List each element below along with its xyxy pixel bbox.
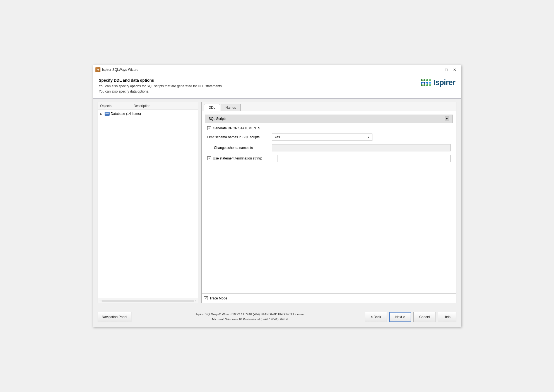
change-schema-label: Change schema names to xyxy=(207,146,269,150)
logo-dot xyxy=(429,79,431,81)
bottom-status: Ispirer SQLWays® Wizard 10.22.11.7246 (x… xyxy=(138,312,362,322)
chevron-right-icon: ▶ xyxy=(100,112,103,115)
sql-scripts-section-header: SQL Scripts ▼ xyxy=(205,115,453,123)
termination-checkbox-wrapper: Use statement termination string: xyxy=(207,156,274,160)
page-title: Specify DDL and data options xyxy=(99,78,223,83)
scroll-right-arrow: › xyxy=(194,299,197,302)
option-omit-schema: Omit schema names in SQL scripts: Yes ▼ xyxy=(205,134,453,141)
logo-dot xyxy=(423,82,425,84)
next-button[interactable]: Next > xyxy=(389,312,411,322)
section-label: SQL Scripts xyxy=(209,117,227,121)
window-controls: ─ □ ✕ xyxy=(434,67,459,73)
close-icon: ✕ xyxy=(453,67,456,72)
tree-body: ▶ Database (14 items) xyxy=(98,110,198,298)
logo-dot xyxy=(423,84,425,86)
minimize-button[interactable]: ─ xyxy=(434,67,442,73)
logo-dot xyxy=(429,84,431,86)
database-icon xyxy=(105,112,110,116)
generate-drop-checkbox-wrapper[interactable]: Generate DROP STATEMENTS xyxy=(207,126,260,130)
minimize-icon: ─ xyxy=(437,67,439,72)
logo-dot xyxy=(421,82,423,84)
logo-dot xyxy=(426,79,428,81)
titlebar: M Ispirer SQLWays Wizard ─ □ ✕ xyxy=(93,65,461,74)
help-button[interactable]: Help xyxy=(438,312,456,322)
termination-label: Use statement termination string: xyxy=(213,156,274,160)
scroll-left-arrow: ‹ xyxy=(98,299,102,302)
trace-mode-checkbox[interactable] xyxy=(204,296,208,300)
option-termination: Use statement termination string: xyxy=(205,155,453,162)
tree-col-objects: Objects xyxy=(100,104,134,108)
main-window: M Ispirer SQLWays Wizard ─ □ ✕ Specify D… xyxy=(93,65,461,327)
separator xyxy=(135,309,135,325)
left-panel: Objects Description ▶ Database (14 items… xyxy=(98,102,198,303)
maximize-icon: □ xyxy=(445,67,447,72)
select-arrow-icon: ▼ xyxy=(367,136,370,139)
logo-dots-container xyxy=(421,79,431,86)
right-body: SQL Scripts ▼ Generate DROP STATEMENTS O… xyxy=(202,111,456,293)
back-button[interactable]: < Back xyxy=(365,312,387,322)
logo-dot xyxy=(421,84,423,86)
tab-bar: DDL Names xyxy=(202,102,456,111)
tree-col-description: Description xyxy=(134,104,150,108)
omit-schema-label: Omit schema names in SQL scripts: xyxy=(207,135,269,139)
right-panel: DDL Names SQL Scripts ▼ xyxy=(201,102,456,303)
tab-names[interactable]: Names xyxy=(221,104,241,111)
status-line1: Ispirer SQLWays® Wizard 10.22.11.7246 (x… xyxy=(138,312,362,317)
window-title: Ispirer SQLWays Wizard xyxy=(102,68,434,72)
right-footer: Trace Mode xyxy=(202,293,456,303)
generate-drop-label: Generate DROP STATEMENTS xyxy=(213,126,260,130)
logo-row1 xyxy=(421,79,431,81)
termination-checkbox[interactable] xyxy=(207,156,211,160)
option-change-schema: Change schema names to xyxy=(205,144,453,151)
logo-dot xyxy=(429,82,431,84)
status-line2: Microsoft Windows 10 Professional (build… xyxy=(138,317,362,322)
navigation-panel-button[interactable]: Navigation Panel xyxy=(98,312,131,322)
tree-item-label-database: Database (14 items) xyxy=(111,112,141,116)
trace-mode-checkbox-wrapper[interactable]: Trace Mode xyxy=(204,296,227,300)
header-logo: Ispirer xyxy=(421,78,455,87)
maximize-button[interactable]: □ xyxy=(442,67,450,73)
logo-dot xyxy=(426,82,428,84)
logo-text: Ispirer xyxy=(433,78,455,87)
tree-item-database[interactable]: ▶ Database (14 items) xyxy=(98,111,198,117)
bottom-bar: Navigation Panel Ispirer SQLWays® Wizard… xyxy=(93,307,461,327)
logo-dot xyxy=(423,79,425,81)
tab-ddl[interactable]: DDL xyxy=(204,104,220,111)
header-line2: You can also specify data options. xyxy=(99,89,223,94)
logo-row3 xyxy=(421,84,431,86)
action-buttons: < Back Next > Cancel Help xyxy=(365,312,456,322)
generate-drop-checkbox[interactable] xyxy=(207,126,211,130)
app-icon: M xyxy=(95,67,100,72)
trace-mode-label: Trace Mode xyxy=(209,296,227,300)
section-collapse-button[interactable]: ▼ xyxy=(445,117,449,121)
cancel-button[interactable]: Cancel xyxy=(413,312,435,322)
tree-scrollbar: ‹ › xyxy=(98,298,198,303)
tree-header: Objects Description xyxy=(98,102,198,110)
main-content: Objects Description ▶ Database (14 items… xyxy=(93,99,461,307)
option-generate-drop: Generate DROP STATEMENTS xyxy=(205,126,453,130)
scrollbar-track xyxy=(102,300,194,302)
close-button[interactable]: ✕ xyxy=(451,67,459,73)
change-schema-input[interactable] xyxy=(272,144,451,151)
header-text: Specify DDL and data options You can als… xyxy=(99,78,223,94)
termination-input[interactable] xyxy=(278,155,451,162)
page-header: Specify DDL and data options You can als… xyxy=(93,74,461,99)
logo-dot xyxy=(421,79,423,81)
logo-row2 xyxy=(421,82,431,84)
header-line1: You can also specify options for SQL scr… xyxy=(99,84,223,89)
omit-schema-select[interactable]: Yes ▼ xyxy=(272,134,372,141)
logo-dot xyxy=(426,84,428,86)
